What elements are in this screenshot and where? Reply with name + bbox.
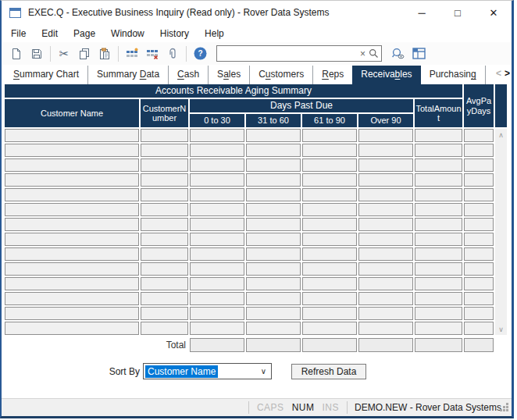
lookup-icon[interactable] — [388, 44, 408, 63]
total-cell-61-to-90 — [302, 338, 357, 352]
table-cell — [5, 218, 139, 231]
column-header-customer-name[interactable]: Customer Name — [5, 99, 139, 127]
table-cell — [415, 158, 462, 172]
help-icon[interactable]: ? — [190, 44, 210, 63]
new-document-icon[interactable] — [6, 44, 27, 63]
tab-cash[interactable]: Cash — [168, 66, 208, 84]
menu-item-file[interactable]: File — [3, 26, 34, 41]
tab-vendors[interactable]: Vendors — [485, 66, 490, 84]
table-row[interactable] — [5, 322, 494, 335]
search-box: × — [216, 45, 382, 62]
table-row[interactable] — [5, 144, 494, 157]
column-header-over-90[interactable]: Over 90 — [358, 114, 413, 127]
column-header-avg-pay-days[interactable]: AvgPayDays — [464, 84, 494, 127]
table-row[interactable] — [5, 262, 494, 276]
tab-purchasing[interactable]: Purchasing — [421, 66, 485, 84]
window-title: EXEC.Q - Executive Business Inquiry (Rea… — [28, 7, 329, 18]
copy-icon[interactable] — [74, 44, 94, 63]
tab-sales[interactable]: Sales — [208, 66, 249, 84]
table-cell — [190, 203, 244, 216]
tab-summary-data[interactable]: Summary Data — [87, 66, 168, 84]
delete-row-icon[interactable] — [142, 44, 162, 63]
table-cell — [190, 322, 244, 335]
table-row[interactable] — [5, 188, 494, 201]
table-cell — [415, 233, 462, 246]
table-cell — [246, 158, 301, 172]
num-lock-indicator: NUM — [292, 402, 315, 413]
column-header-61-to-90[interactable]: 61 to 90 — [302, 114, 357, 127]
table-cell — [302, 262, 357, 276]
table-row[interactable] — [5, 129, 494, 142]
tab-summary-chart[interactable]: Summary Chart — [5, 66, 87, 84]
table-cell — [246, 173, 301, 187]
menu-item-edit[interactable]: Edit — [34, 26, 66, 41]
column-header-31-to-60[interactable]: 31 to 60 — [246, 114, 301, 127]
table-title: Accounts Receivable Aging Summary — [5, 84, 462, 98]
tab-scroll-right-icon[interactable]: > — [505, 68, 510, 79]
menu-item-help[interactable]: Help — [197, 26, 232, 41]
menu-item-page[interactable]: Page — [66, 26, 103, 41]
table-cell — [415, 218, 462, 231]
table-row[interactable] — [5, 173, 494, 187]
layout-icon[interactable] — [408, 44, 429, 63]
minimize-button[interactable]: ─ — [404, 1, 440, 24]
menu-item-history[interactable]: History — [152, 26, 197, 41]
table-cell — [358, 188, 413, 201]
close-button[interactable]: ✕ — [476, 1, 512, 24]
table-row[interactable] — [5, 292, 494, 305]
app-icon — [9, 8, 21, 18]
table-row[interactable] — [5, 203, 494, 216]
table-row[interactable] — [5, 158, 494, 172]
search-input[interactable] — [219, 48, 357, 60]
table-cell — [190, 277, 244, 290]
scroll-up-icon[interactable]: ∧ — [495, 129, 507, 141]
table-cell — [358, 262, 413, 276]
table-row[interactable] — [5, 233, 494, 246]
table-cell — [5, 277, 139, 290]
table-cell — [464, 292, 494, 305]
table-cell — [246, 129, 301, 142]
table-cell — [5, 129, 139, 142]
vertical-scrollbar[interactable]: ∧ ∨ — [495, 129, 507, 335]
column-header-total-amount[interactable]: TotalAmount — [415, 99, 462, 127]
sort-by-dropdown[interactable]: Customer Name ∨ — [143, 363, 272, 379]
cut-icon[interactable]: ✂ — [54, 44, 74, 63]
table-cell — [302, 158, 357, 172]
resize-grip[interactable] — [506, 403, 508, 405]
column-header-0-to-30[interactable]: 0 to 30 — [190, 114, 244, 127]
paste-icon[interactable] — [94, 44, 115, 63]
tab-receivables[interactable]: Receivables — [352, 66, 420, 84]
clear-search-icon[interactable]: × — [357, 48, 369, 59]
table-cell — [358, 277, 413, 290]
chevron-down-icon[interactable]: ∨ — [261, 367, 271, 376]
refresh-data-button[interactable]: Refresh Data — [291, 364, 366, 379]
tab-customers[interactable]: Customers — [249, 66, 312, 84]
total-cell-over-90 — [358, 338, 413, 352]
save-icon[interactable] — [27, 44, 47, 63]
total-row: Total — [5, 338, 494, 352]
menu-item-window[interactable]: Window — [103, 26, 152, 41]
attachment-icon[interactable] — [162, 44, 183, 63]
table-cell — [190, 307, 244, 320]
tab-strip: Summary ChartSummary DataCashSalesCustom… — [5, 66, 512, 84]
scroll-down-icon[interactable]: ∨ — [495, 323, 507, 335]
table-row[interactable] — [5, 277, 494, 290]
table-cell — [358, 144, 413, 157]
table-cell — [141, 158, 188, 172]
tab-reps[interactable]: Reps — [312, 66, 352, 84]
maximize-button[interactable]: □ — [440, 1, 476, 24]
insert-row-icon[interactable] — [122, 44, 142, 63]
table-cell — [464, 188, 494, 201]
table-cell — [246, 277, 301, 290]
column-header-customer-number[interactable]: CustomerNumber — [141, 99, 188, 127]
table-row[interactable] — [5, 218, 494, 231]
table-cell — [246, 218, 301, 231]
table-cell — [5, 307, 139, 320]
table-row[interactable] — [5, 247, 494, 261]
table-cell — [302, 247, 357, 261]
table-row[interactable] — [5, 307, 494, 320]
search-icon[interactable] — [369, 48, 379, 59]
tab-scroll-left-icon[interactable]: < — [496, 68, 501, 79]
total-cell-total-amount — [415, 338, 462, 352]
svg-text:?: ? — [198, 49, 202, 58]
